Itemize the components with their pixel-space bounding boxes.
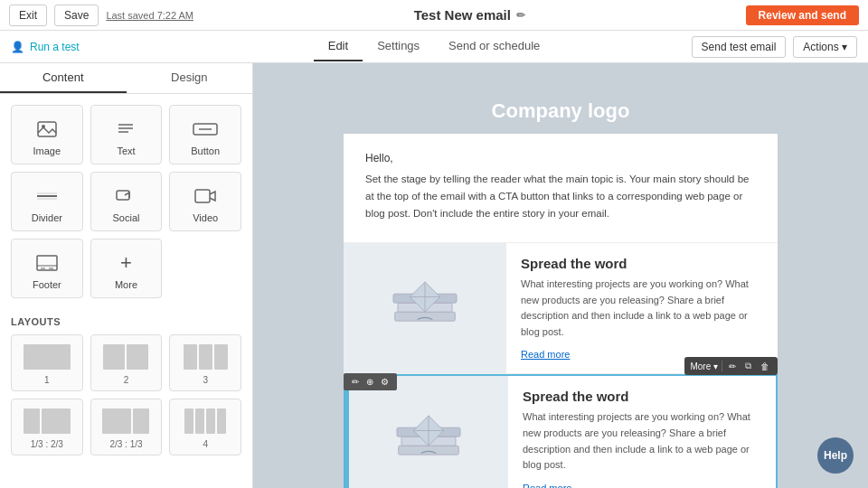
layout-item-2[interactable]: 2 — [90, 334, 163, 391]
email-section-2: Spread the word What interesting project… — [344, 374, 778, 488]
content-item-footer[interactable]: Footer — [11, 239, 83, 298]
review-send-button[interactable]: Review and send — [746, 5, 859, 25]
layout-label-1-3-2-3: 1/3 : 2/3 — [15, 439, 79, 449]
row-edit-button[interactable]: ✏ — [349, 376, 362, 388]
email-wrapper: Company logo Hello, Set the stage by tel… — [344, 81, 778, 470]
content-item-button[interactable]: Button — [169, 105, 241, 164]
email-section-2-title: Spread the word — [523, 389, 761, 404]
content-item-image[interactable]: Image — [11, 105, 83, 164]
actions-button[interactable]: Actions ▾ — [793, 36, 857, 58]
layout-label-3: 3 — [174, 375, 237, 385]
layout-item-3[interactable]: 3 — [169, 334, 241, 391]
content-item-divider[interactable]: Divider — [11, 172, 83, 231]
svg-rect-12 — [37, 256, 57, 270]
section-controls: More ▾ ✏ ⧉ 🗑 — [684, 357, 778, 375]
content-item-more[interactable]: + More — [90, 239, 163, 298]
email-section-2-body: What interesting projects are you workin… — [523, 409, 761, 473]
social-label: Social — [97, 212, 156, 223]
layout-preview-3 — [174, 343, 237, 371]
row-toolbar: ✏ ⊕ ⚙ — [344, 373, 397, 390]
run-test-label[interactable]: Run a test — [30, 41, 80, 53]
content-item-video[interactable]: Video — [169, 172, 241, 231]
content-item-text[interactable]: Text — [90, 105, 163, 164]
main-layout: Content Design Image Text Button — [0, 63, 868, 488]
tab-send-schedule[interactable]: Send or schedule — [434, 32, 554, 61]
email-section-2-read-more[interactable]: Read more — [523, 483, 571, 488]
svg-rect-11 — [195, 190, 210, 202]
email-section-1-text: Spread the word What interesting project… — [506, 243, 778, 373]
edit-icon[interactable]: ✏ — [516, 9, 525, 22]
image-label: Image — [17, 145, 77, 156]
divider-label: Divider — [17, 212, 77, 223]
layout-item-2-3-1-3[interactable]: 2/3 : 1/3 — [90, 399, 163, 455]
run-test-area[interactable]: 👤 Run a test — [11, 41, 314, 53]
row-move-button[interactable]: ⊕ — [363, 376, 376, 388]
email-section-1-title: Spread the word — [521, 256, 763, 271]
section-edit-button[interactable]: ✏ — [726, 361, 739, 372]
more-icon: + — [97, 250, 156, 276]
layouts-grid: 1 2 3 — [11, 334, 241, 455]
email-section-1-body: What interesting projects are you workin… — [521, 277, 763, 340]
video-label: Video — [175, 212, 235, 223]
footer-icon — [17, 250, 77, 276]
layout-preview-2 — [95, 343, 158, 371]
layouts-title: LAYOUTS — [11, 316, 241, 327]
email-section-2-image — [345, 376, 508, 488]
row-settings-button[interactable]: ⚙ — [378, 376, 392, 388]
exit-button[interactable]: Exit — [9, 5, 47, 26]
layout-preview-1 — [15, 343, 79, 371]
sub-nav-tabs: Edit Settings Send or schedule — [314, 32, 555, 61]
layout-label-4: 4 — [174, 439, 237, 449]
svg-rect-21 — [399, 446, 459, 455]
layout-item-1-3-2-3[interactable]: 1/3 : 2/3 — [11, 399, 83, 455]
layout-label-1: 1 — [15, 375, 79, 385]
more-label: More ▾ — [690, 361, 718, 371]
top-bar-right: Review and send — [746, 5, 859, 25]
button-icon — [175, 117, 235, 142]
sidebar-tab-content[interactable]: Content — [0, 63, 127, 93]
tab-settings[interactable]: Settings — [363, 32, 434, 61]
intro-body: Set the stage by telling the reader what… — [365, 171, 756, 222]
section-delete-button[interactable]: 🗑 — [758, 361, 772, 372]
text-icon — [97, 117, 156, 142]
social-icon — [97, 183, 156, 209]
tab-edit[interactable]: Edit — [314, 32, 363, 61]
email-section-1: Spread the word What interesting project… — [344, 243, 778, 374]
email-body: Hello, Set the stage by telling the read… — [344, 134, 778, 488]
top-bar-left: Exit Save Last saved 7:22 AM — [9, 5, 193, 26]
last-saved[interactable]: Last saved 7:22 AM — [106, 10, 193, 21]
button-label: Button — [175, 145, 235, 156]
divider-icon — [17, 183, 77, 209]
email-title-text: Test New email — [414, 7, 511, 23]
layout-item-4[interactable]: 4 — [169, 399, 241, 455]
email-intro: Hello, Set the stage by telling the read… — [365, 150, 756, 222]
content-item-social[interactable]: Social — [90, 172, 163, 231]
section-copy-button[interactable]: ⧉ — [742, 360, 754, 372]
help-button[interactable]: Help — [817, 437, 854, 474]
footer-label: Footer — [17, 279, 77, 290]
layouts-section: LAYOUTS 1 2 — [0, 309, 252, 463]
top-bar: Exit Save Last saved 7:22 AM Test New em… — [0, 0, 868, 31]
sidebar: Content Design Image Text Button — [0, 63, 253, 488]
layout-preview-2-3-1-3 — [95, 407, 158, 436]
layout-item-1[interactable]: 1 — [11, 334, 83, 391]
sidebar-tab-design[interactable]: Design — [127, 63, 253, 93]
video-icon — [175, 183, 235, 209]
svg-rect-16 — [395, 312, 456, 321]
layout-label-2-3-1-3: 2/3 : 1/3 — [95, 439, 158, 449]
email-header-text: Company logo — [344, 99, 778, 123]
email-section-2-text: Spread the word What interesting project… — [508, 376, 776, 488]
email-section-2-wrapper: ✏ ⊕ ⚙ More ▾ ✏ ⧉ 🗑 — [344, 374, 778, 488]
sidebar-tabs: Content Design — [0, 63, 252, 94]
send-test-button[interactable]: Send test email — [692, 36, 787, 58]
email-section-1-image — [344, 243, 506, 373]
email-section-1-read-more[interactable]: Read more — [521, 349, 570, 360]
more-label: More — [97, 279, 156, 290]
email-header: Company logo — [344, 81, 778, 134]
email-intro-section: Hello, Set the stage by telling the read… — [344, 134, 778, 243]
layout-label-2: 2 — [95, 375, 158, 385]
save-button[interactable]: Save — [54, 5, 99, 26]
layout-preview-4 — [174, 407, 237, 436]
blue-left-bar — [345, 376, 349, 488]
sub-nav-right: Send test email Actions ▾ — [554, 36, 857, 58]
